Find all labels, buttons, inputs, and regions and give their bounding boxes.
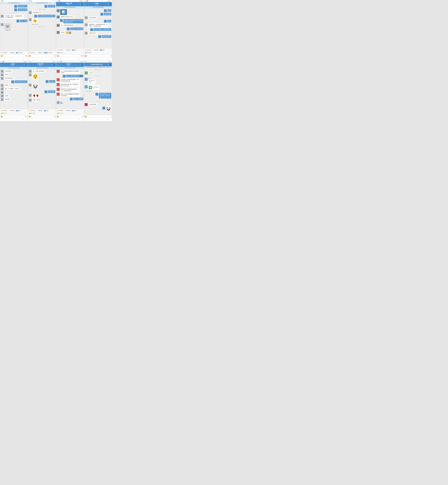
nav-menu[interactable]: ≡ bbox=[23, 58, 24, 60]
toolbar-btn-reply[interactable]: ⚡ 快捷回复 bbox=[36, 110, 43, 112]
msg-row: 好哒，加油哦😊 👤 bbox=[57, 98, 83, 101]
avatar: 👤 bbox=[16, 20, 19, 23]
toolbar-btn-payment[interactable]: 💰 对外收款 bbox=[85, 49, 91, 51]
nav-menu[interactable]: ≡ bbox=[79, 58, 80, 60]
emoji-reaction: 👆 bbox=[66, 31, 68, 34]
emoji-button-7[interactable]: 😊 bbox=[57, 116, 59, 117]
emoji-button-1[interactable]: 😊 bbox=[1, 55, 3, 57]
menu-icon-4[interactable]: ≡ bbox=[108, 3, 109, 5]
bubble: 还是要多去理解理解这里，经常做这种题目象就深刻了 bbox=[63, 19, 83, 23]
voice-icon-5[interactable]: ·) bbox=[27, 116, 27, 117]
msg-row: 👤 对 bbox=[1, 91, 27, 94]
toolbar-btn-customer[interactable]: 👤 客户详情 bbox=[1, 112, 8, 114]
nav-back[interactable]: ‹ bbox=[32, 119, 33, 121]
more-icon-3[interactable]: ·) bbox=[82, 55, 83, 57]
add-icon-4[interactable]: + bbox=[111, 55, 111, 57]
nav-menu[interactable]: ≡ bbox=[23, 119, 24, 121]
toolbar-btn-reply[interactable]: ⚡ 快捷回复 bbox=[8, 52, 15, 54]
add-icon-7[interactable]: + bbox=[82, 116, 83, 117]
emoji-button-3[interactable]: 😊 bbox=[57, 55, 59, 57]
more-icon-2[interactable]: (- bbox=[54, 55, 55, 57]
input-field-2[interactable] bbox=[32, 55, 54, 57]
nav-back[interactable]: ‹ bbox=[4, 119, 5, 121]
add-icon-3[interactable]: + bbox=[81, 55, 82, 57]
toolbar-btn-payment[interactable]: 💰 对外收款 bbox=[1, 110, 8, 112]
nav-menu[interactable]: ≡ bbox=[79, 119, 80, 121]
emoji-button-4[interactable]: 😊 bbox=[85, 55, 87, 57]
nav-home[interactable]: ○ bbox=[69, 119, 70, 121]
input-field-4[interactable] bbox=[88, 55, 110, 57]
person-icon-4[interactable]: 👤 bbox=[109, 3, 111, 5]
nav-back[interactable]: ‹ bbox=[60, 119, 61, 121]
msg-content-right: 感觉大家需要一个会计科目表，分享给大家 上午 9:43 bbox=[99, 93, 111, 100]
nav-back[interactable]: ‹ bbox=[88, 58, 89, 60]
toolbar-btn-live[interactable]: Live Em 上课直播 bbox=[43, 52, 52, 54]
input-field-5[interactable] bbox=[3, 115, 24, 118]
nav-home[interactable]: ○ bbox=[13, 58, 14, 60]
add-icon-6[interactable]: + bbox=[55, 116, 55, 117]
toolbar-btn-live[interactable]: Live 上课直播 bbox=[16, 52, 23, 54]
toolbar-btn-payment[interactable]: 💰 对外收款 bbox=[57, 110, 64, 112]
add-icon-5[interactable]: + bbox=[25, 116, 26, 117]
send-icon-1[interactable]: ↩ bbox=[26, 55, 27, 57]
nav-back[interactable]: ‹ bbox=[4, 58, 5, 60]
nav-menu[interactable]: ≡ bbox=[107, 58, 108, 60]
input-field-6[interactable] bbox=[32, 115, 54, 118]
toolbar-btn-payment[interactable]: 💰 对外收款 bbox=[57, 49, 64, 51]
nav-home[interactable]: ○ bbox=[97, 119, 98, 121]
toolbar-btn-payment[interactable]: 💰 对外收款 bbox=[29, 52, 35, 54]
bubble: 哪哈来我带你去 bbox=[102, 35, 111, 38]
nav-menu[interactable]: ≡ bbox=[51, 119, 52, 121]
input-field-3[interactable] bbox=[59, 55, 80, 57]
chat-window-3: 5:30 🔴 🔔 📶 🔋 ‹ 2考期318班 @微信 ≡ 👤 对方默认同意存档会… bbox=[56, 0, 84, 61]
toolbar-btn-customer[interactable]: 👤 客户详情 bbox=[29, 112, 35, 114]
toolbar-btn-live[interactable]: Live 直播 bbox=[72, 49, 77, 51]
toolbar-btn-customer[interactable]: 👤 客户详情 bbox=[57, 112, 64, 114]
menu-icon-7[interactable]: ≡ bbox=[80, 64, 81, 66]
msg-row: 企业微信电脑版 bbox=[85, 90, 111, 92]
person-icon-5[interactable]: 👤 bbox=[25, 64, 27, 66]
menu-icon-6[interactable]: ≡ bbox=[52, 64, 53, 66]
nav-home[interactable]: ○ bbox=[41, 58, 42, 60]
input-field-8[interactable] bbox=[88, 115, 111, 118]
toolbar-btn-reply[interactable]: ⚡ 快捷回复 bbox=[64, 110, 71, 112]
file-name: 会计科目表.xlsx bbox=[93, 86, 99, 88]
emoji-button-2[interactable]: 😊 bbox=[29, 55, 31, 57]
avatar: 👤 bbox=[45, 5, 47, 8]
input-field-1[interactable] bbox=[3, 55, 25, 57]
emoji-button-8[interactable]: 😊 bbox=[85, 116, 87, 117]
nav-back[interactable]: ‹ bbox=[32, 58, 33, 60]
toolbar-btn-customer[interactable]: 👤 客户详情 bbox=[57, 52, 64, 54]
nav-home[interactable]: ○ bbox=[69, 58, 70, 60]
header-center-4: 21初级 @微信 bbox=[85, 3, 108, 6]
nav-back[interactable]: ‹ bbox=[88, 119, 89, 121]
toolbar-btn-reply[interactable]: ⚡ 快捷回复 bbox=[8, 110, 15, 112]
toolbar-btn-live[interactable]: Live 直播 bbox=[99, 49, 105, 51]
nav-home[interactable]: ○ bbox=[41, 119, 42, 121]
nav-home[interactable]: ○ bbox=[97, 58, 98, 60]
menu-icon-3[interactable]: ≡ bbox=[80, 3, 81, 5]
toolbar-btn-payment[interactable]: 💰 对外收款 bbox=[29, 110, 35, 112]
toolbar-btn-customer[interactable]: 👤 客户详情 bbox=[85, 52, 91, 54]
emoji-button-5[interactable]: 😊 bbox=[1, 116, 3, 117]
toolbar-btn-live[interactable]: Live 直播 bbox=[72, 110, 77, 112]
toolbar-btn-reply[interactable]: ⚡ 快捷回复 bbox=[64, 49, 71, 51]
input-field-7[interactable] bbox=[59, 115, 82, 118]
avatar: 👤 bbox=[63, 75, 66, 78]
toolbar-btn-live[interactable]: Live 直播 bbox=[43, 110, 49, 112]
person-icon-7[interactable]: 👤 bbox=[81, 64, 83, 66]
menu-icon-5[interactable]: ≡ bbox=[24, 64, 25, 66]
nav-menu[interactable]: ≡ bbox=[107, 119, 108, 121]
nav-back[interactable]: ‹ bbox=[60, 58, 61, 60]
nav-home[interactable]: ○ bbox=[13, 119, 14, 121]
nav-menu[interactable]: ≡ bbox=[51, 58, 52, 60]
menu-icon-8[interactable]: ≡ bbox=[108, 64, 109, 65]
toolbar-btn-reply[interactable]: ⚡ 快捷回复 bbox=[92, 49, 99, 51]
person-icon-3[interactable]: 👤 bbox=[81, 3, 83, 5]
person-icon-8[interactable]: 👤 bbox=[109, 64, 111, 65]
emoji-button-6[interactable]: 😊 bbox=[29, 116, 31, 117]
toolbar-btn-reply[interactable]: ⚡ 快捷回复 bbox=[36, 52, 43, 54]
person-icon-6[interactable]: 👤 bbox=[53, 64, 55, 66]
toolbar-btn-live[interactable]: Live 直播 bbox=[16, 110, 21, 112]
toolbar-btn-payment[interactable]: 💰 对外收款 bbox=[1, 52, 8, 54]
